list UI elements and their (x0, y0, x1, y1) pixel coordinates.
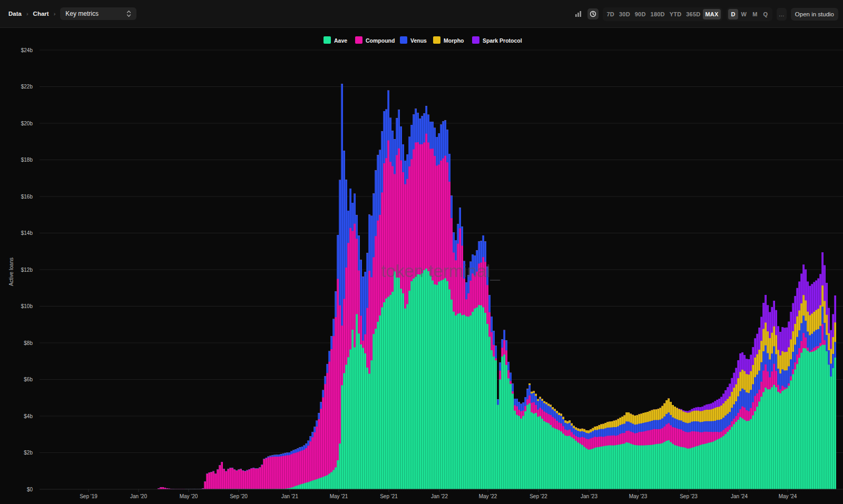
svg-text:$14b: $14b (21, 230, 33, 236)
svg-text:$16b: $16b (21, 194, 33, 200)
svg-text:$8b: $8b (24, 340, 33, 346)
svg-text:May '24: May '24 (779, 493, 797, 499)
svg-text:$0: $0 (27, 487, 33, 492)
svg-text:$10b: $10b (21, 303, 33, 309)
svg-text:Sep '19: Sep '19 (80, 493, 97, 499)
svg-text:Sep '22: Sep '22 (530, 493, 547, 499)
svg-text:Sep '21: Sep '21 (380, 493, 398, 499)
svg-text:May '22: May '22 (479, 493, 497, 499)
svg-text:Spark Protocol: Spark Protocol (483, 37, 522, 44)
svg-text:$4b: $4b (24, 413, 33, 419)
svg-text:May '20: May '20 (180, 493, 198, 499)
svg-text:Sep '23: Sep '23 (680, 493, 698, 499)
svg-text:Jan '21: Jan '21 (281, 493, 298, 499)
svg-text:$22b: $22b (21, 84, 33, 90)
svg-text:Venus: Venus (410, 37, 427, 44)
svg-text:token terminal_: token terminal_ (381, 261, 500, 281)
svg-text:$6b: $6b (24, 377, 33, 382)
svg-text:Compound: Compound (366, 37, 395, 44)
svg-text:Morpho: Morpho (444, 37, 464, 44)
svg-text:Aave: Aave (334, 37, 347, 44)
svg-text:$12b: $12b (21, 267, 33, 273)
svg-text:$24b: $24b (21, 47, 33, 53)
svg-text:$20b: $20b (21, 121, 33, 126)
svg-text:Jan '20: Jan '20 (130, 493, 147, 499)
svg-text:Jan '23: Jan '23 (581, 493, 597, 499)
svg-text:$2b: $2b (24, 450, 33, 456)
svg-text:Active loans: Active loans (8, 258, 14, 286)
svg-text:May '21: May '21 (330, 493, 348, 499)
svg-text:Sep '20: Sep '20 (230, 493, 248, 499)
svg-text:Jan '22: Jan '22 (431, 493, 448, 499)
svg-text:Jan '24: Jan '24 (731, 493, 748, 499)
svg-text:$18b: $18b (21, 157, 33, 163)
svg-text:May '23: May '23 (629, 493, 648, 499)
